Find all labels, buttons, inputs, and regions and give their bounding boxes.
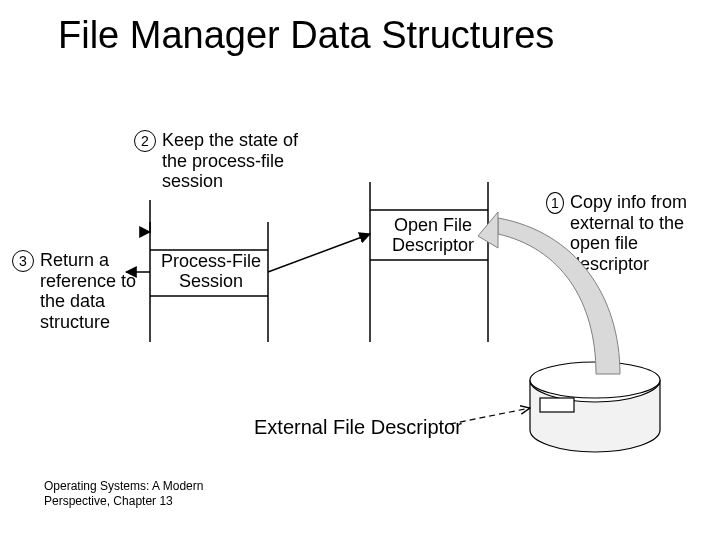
annotation-2: 2 Keep the state of the process-file ses… (134, 130, 322, 192)
disk-icon (530, 362, 660, 452)
slide: File Manager Data Structures 2 Keep the … (0, 0, 720, 540)
open-file-descriptor-table (370, 182, 488, 342)
annotation-3-text: Return a reference to the data structure (40, 250, 150, 333)
open-file-descriptor-label: Open File Descriptor (378, 216, 488, 256)
annotation-1: 1 Copy info from external to the open fi… (546, 192, 720, 275)
process-file-session-label: Process-File Session (156, 252, 266, 292)
badge-1: 1 (546, 192, 564, 214)
badge-2: 2 (134, 130, 156, 152)
external-file-descriptor-label: External File Descriptor (254, 416, 462, 439)
annotation-3: 3 Return a reference to the data structu… (12, 250, 150, 333)
footnote-line1: Operating Systems: A Modern (44, 479, 203, 493)
svg-line-8 (268, 234, 370, 272)
page-title: File Manager Data Structures (58, 14, 554, 57)
footnote-line2: Perspective, Chapter 13 (44, 494, 173, 508)
svg-rect-11 (540, 398, 574, 412)
annotation-1-text: Copy info from external to the open file… (570, 192, 720, 275)
annotation-2-text: Keep the state of the process-file sessi… (162, 130, 322, 192)
svg-point-10 (530, 362, 660, 398)
svg-line-12 (450, 408, 530, 424)
footnote: Operating Systems: A Modern Perspective,… (44, 479, 203, 508)
badge-3: 3 (12, 250, 34, 272)
